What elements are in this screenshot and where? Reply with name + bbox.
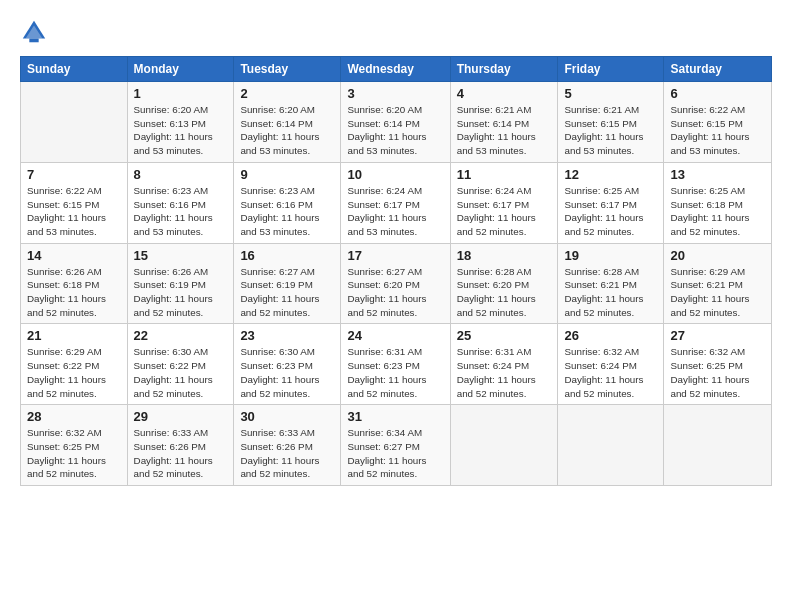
day-number: 16: [240, 248, 334, 263]
day-number: 12: [564, 167, 657, 182]
day-number: 13: [670, 167, 765, 182]
day-number: 28: [27, 409, 121, 424]
calendar-day-cell: 21Sunrise: 6:29 AM Sunset: 6:22 PM Dayli…: [21, 324, 128, 405]
weekday-header-row: SundayMondayTuesdayWednesdayThursdayFrid…: [21, 57, 772, 82]
day-info: Sunrise: 6:23 AM Sunset: 6:16 PM Dayligh…: [134, 184, 228, 239]
calendar-day-cell: 20Sunrise: 6:29 AM Sunset: 6:21 PM Dayli…: [664, 243, 772, 324]
calendar-day-cell: 3Sunrise: 6:20 AM Sunset: 6:14 PM Daylig…: [341, 82, 450, 163]
day-info: Sunrise: 6:20 AM Sunset: 6:14 PM Dayligh…: [240, 103, 334, 158]
day-info: Sunrise: 6:24 AM Sunset: 6:17 PM Dayligh…: [457, 184, 552, 239]
calendar-day-cell: 18Sunrise: 6:28 AM Sunset: 6:20 PM Dayli…: [450, 243, 558, 324]
calendar-day-cell: [558, 405, 664, 486]
header: [20, 18, 772, 46]
page: SundayMondayTuesdayWednesdayThursdayFrid…: [0, 0, 792, 612]
day-info: Sunrise: 6:21 AM Sunset: 6:15 PM Dayligh…: [564, 103, 657, 158]
calendar-day-cell: 12Sunrise: 6:25 AM Sunset: 6:17 PM Dayli…: [558, 162, 664, 243]
day-info: Sunrise: 6:34 AM Sunset: 6:27 PM Dayligh…: [347, 426, 443, 481]
calendar-day-cell: 9Sunrise: 6:23 AM Sunset: 6:16 PM Daylig…: [234, 162, 341, 243]
calendar-day-cell: 5Sunrise: 6:21 AM Sunset: 6:15 PM Daylig…: [558, 82, 664, 163]
day-info: Sunrise: 6:29 AM Sunset: 6:21 PM Dayligh…: [670, 265, 765, 320]
day-number: 29: [134, 409, 228, 424]
day-number: 21: [27, 328, 121, 343]
weekday-header-cell: Friday: [558, 57, 664, 82]
day-number: 30: [240, 409, 334, 424]
day-number: 17: [347, 248, 443, 263]
calendar-day-cell: 11Sunrise: 6:24 AM Sunset: 6:17 PM Dayli…: [450, 162, 558, 243]
day-info: Sunrise: 6:31 AM Sunset: 6:23 PM Dayligh…: [347, 345, 443, 400]
calendar-day-cell: 4Sunrise: 6:21 AM Sunset: 6:14 PM Daylig…: [450, 82, 558, 163]
day-info: Sunrise: 6:23 AM Sunset: 6:16 PM Dayligh…: [240, 184, 334, 239]
calendar-day-cell: [664, 405, 772, 486]
calendar-week-row: 1Sunrise: 6:20 AM Sunset: 6:13 PM Daylig…: [21, 82, 772, 163]
day-number: 31: [347, 409, 443, 424]
day-info: Sunrise: 6:32 AM Sunset: 6:24 PM Dayligh…: [564, 345, 657, 400]
day-info: Sunrise: 6:26 AM Sunset: 6:19 PM Dayligh…: [134, 265, 228, 320]
day-number: 10: [347, 167, 443, 182]
day-info: Sunrise: 6:25 AM Sunset: 6:18 PM Dayligh…: [670, 184, 765, 239]
calendar-week-row: 28Sunrise: 6:32 AM Sunset: 6:25 PM Dayli…: [21, 405, 772, 486]
calendar-day-cell: 27Sunrise: 6:32 AM Sunset: 6:25 PM Dayli…: [664, 324, 772, 405]
calendar-week-row: 7Sunrise: 6:22 AM Sunset: 6:15 PM Daylig…: [21, 162, 772, 243]
day-number: 15: [134, 248, 228, 263]
calendar-day-cell: 24Sunrise: 6:31 AM Sunset: 6:23 PM Dayli…: [341, 324, 450, 405]
calendar-day-cell: 30Sunrise: 6:33 AM Sunset: 6:26 PM Dayli…: [234, 405, 341, 486]
calendar-day-cell: 6Sunrise: 6:22 AM Sunset: 6:15 PM Daylig…: [664, 82, 772, 163]
day-info: Sunrise: 6:26 AM Sunset: 6:18 PM Dayligh…: [27, 265, 121, 320]
day-info: Sunrise: 6:22 AM Sunset: 6:15 PM Dayligh…: [27, 184, 121, 239]
day-number: 3: [347, 86, 443, 101]
day-number: 11: [457, 167, 552, 182]
calendar-week-row: 14Sunrise: 6:26 AM Sunset: 6:18 PM Dayli…: [21, 243, 772, 324]
day-number: 25: [457, 328, 552, 343]
day-info: Sunrise: 6:22 AM Sunset: 6:15 PM Dayligh…: [670, 103, 765, 158]
day-info: Sunrise: 6:32 AM Sunset: 6:25 PM Dayligh…: [670, 345, 765, 400]
day-info: Sunrise: 6:28 AM Sunset: 6:20 PM Dayligh…: [457, 265, 552, 320]
weekday-header-cell: Thursday: [450, 57, 558, 82]
day-info: Sunrise: 6:21 AM Sunset: 6:14 PM Dayligh…: [457, 103, 552, 158]
day-info: Sunrise: 6:20 AM Sunset: 6:14 PM Dayligh…: [347, 103, 443, 158]
weekday-header-cell: Saturday: [664, 57, 772, 82]
day-number: 23: [240, 328, 334, 343]
day-number: 9: [240, 167, 334, 182]
calendar-day-cell: 28Sunrise: 6:32 AM Sunset: 6:25 PM Dayli…: [21, 405, 128, 486]
day-info: Sunrise: 6:27 AM Sunset: 6:20 PM Dayligh…: [347, 265, 443, 320]
calendar-day-cell: 16Sunrise: 6:27 AM Sunset: 6:19 PM Dayli…: [234, 243, 341, 324]
day-info: Sunrise: 6:29 AM Sunset: 6:22 PM Dayligh…: [27, 345, 121, 400]
calendar-day-cell: 2Sunrise: 6:20 AM Sunset: 6:14 PM Daylig…: [234, 82, 341, 163]
day-number: 26: [564, 328, 657, 343]
weekday-header-cell: Monday: [127, 57, 234, 82]
calendar-day-cell: 26Sunrise: 6:32 AM Sunset: 6:24 PM Dayli…: [558, 324, 664, 405]
calendar-day-cell: 29Sunrise: 6:33 AM Sunset: 6:26 PM Dayli…: [127, 405, 234, 486]
day-info: Sunrise: 6:27 AM Sunset: 6:19 PM Dayligh…: [240, 265, 334, 320]
day-info: Sunrise: 6:32 AM Sunset: 6:25 PM Dayligh…: [27, 426, 121, 481]
day-number: 14: [27, 248, 121, 263]
calendar-body: 1Sunrise: 6:20 AM Sunset: 6:13 PM Daylig…: [21, 82, 772, 486]
svg-rect-2: [29, 39, 38, 43]
day-number: 1: [134, 86, 228, 101]
day-info: Sunrise: 6:24 AM Sunset: 6:17 PM Dayligh…: [347, 184, 443, 239]
calendar-day-cell: [21, 82, 128, 163]
day-number: 20: [670, 248, 765, 263]
day-number: 18: [457, 248, 552, 263]
calendar-day-cell: 19Sunrise: 6:28 AM Sunset: 6:21 PM Dayli…: [558, 243, 664, 324]
calendar-table: SundayMondayTuesdayWednesdayThursdayFrid…: [20, 56, 772, 486]
calendar-day-cell: 22Sunrise: 6:30 AM Sunset: 6:22 PM Dayli…: [127, 324, 234, 405]
day-number: 6: [670, 86, 765, 101]
day-number: 4: [457, 86, 552, 101]
calendar-day-cell: 23Sunrise: 6:30 AM Sunset: 6:23 PM Dayli…: [234, 324, 341, 405]
calendar-day-cell: 17Sunrise: 6:27 AM Sunset: 6:20 PM Dayli…: [341, 243, 450, 324]
weekday-header-cell: Tuesday: [234, 57, 341, 82]
day-number: 24: [347, 328, 443, 343]
day-number: 27: [670, 328, 765, 343]
logo-icon: [20, 18, 48, 46]
calendar-day-cell: 31Sunrise: 6:34 AM Sunset: 6:27 PM Dayli…: [341, 405, 450, 486]
day-number: 7: [27, 167, 121, 182]
day-number: 8: [134, 167, 228, 182]
day-number: 19: [564, 248, 657, 263]
calendar-day-cell: 10Sunrise: 6:24 AM Sunset: 6:17 PM Dayli…: [341, 162, 450, 243]
day-number: 22: [134, 328, 228, 343]
day-info: Sunrise: 6:33 AM Sunset: 6:26 PM Dayligh…: [134, 426, 228, 481]
calendar-day-cell: 1Sunrise: 6:20 AM Sunset: 6:13 PM Daylig…: [127, 82, 234, 163]
weekday-header-cell: Wednesday: [341, 57, 450, 82]
day-info: Sunrise: 6:20 AM Sunset: 6:13 PM Dayligh…: [134, 103, 228, 158]
day-info: Sunrise: 6:30 AM Sunset: 6:23 PM Dayligh…: [240, 345, 334, 400]
